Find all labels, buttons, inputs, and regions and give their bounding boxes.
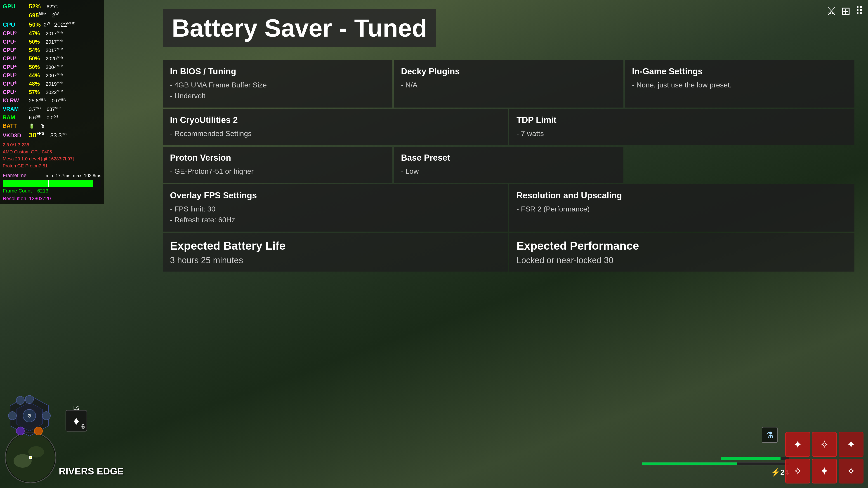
panel-title: Battery Saver - Tuned [163, 9, 436, 47]
gpu-row: GPU 52% 62°C [3, 2, 101, 11]
vram-label: VRAM [3, 105, 28, 113]
health-bar [721, 457, 789, 460]
ability-icon-1: ✦ [785, 432, 810, 457]
bios-card: In BIOS / Tuning - 4GB UMA Frame Buffer … [163, 60, 393, 107]
base-item-0: - Low [401, 166, 616, 177]
ability-icon-5: ✦ [812, 459, 837, 484]
performance-card: Expected Performance Locked or near-lock… [509, 233, 855, 271]
cpu-core-5: CPU⁵ 44% 2007MHz [3, 71, 101, 79]
io-label: IO RW [3, 96, 28, 105]
apps-icon: ⠿ [855, 4, 864, 18]
svg-text:⚙: ⚙ [27, 413, 32, 419]
bars-container: ⚡24 [642, 457, 789, 477]
location-name: RIVERS EDGE [59, 466, 124, 477]
decky-card: Decky Plugins - N/A [394, 60, 623, 107]
top-right-icons: ⚔ ⊞ ⠿ [827, 4, 864, 18]
xp-bar [642, 462, 789, 465]
frametime-bar [3, 180, 101, 187]
ability-icon-2: ✧ [812, 432, 837, 457]
bios-title: In BIOS / Tuning [170, 67, 385, 76]
ram-free: 0.0GiB [46, 114, 58, 122]
tdp-item-0: - 7 watts [517, 128, 847, 139]
overlay-fps-card: Overlay FPS Settings - FPS limit: 30 - R… [163, 184, 508, 232]
batt-icon: 🔋 [29, 123, 35, 130]
bottom-section: Expected Battery Life 3 hours 25 minutes… [163, 233, 855, 271]
empty-card [625, 147, 855, 183]
cpu-label: CPU [3, 20, 28, 29]
overlay-fps-title: Overlay FPS Settings [170, 191, 501, 200]
cryoutil-title: In CryoUtilities 2 [170, 115, 501, 125]
svg-point-2 [13, 454, 32, 468]
ingame-item-0: - None, just use the low preset. [632, 79, 847, 90]
frametime-spike [48, 180, 49, 187]
io-read: 25.8MiB/s [29, 97, 46, 105]
item-count: 6 [81, 423, 85, 430]
grid-icon: ⊞ [841, 4, 850, 18]
info-grid-row2: In CryoUtilities 2 - Recommended Setting… [163, 109, 855, 145]
mesa-info: Mesa 23.1.0-devel [git-16283f7b97] [3, 156, 101, 162]
cpu-freq: 2022MHz [54, 20, 74, 29]
battery-life-card: Expected Battery Life 3 hours 25 minutes [163, 233, 508, 271]
cpu-core-1: CPU¹ 50% 2017MHz [3, 37, 101, 46]
panel-title-wrapper: Battery Saver - Tuned [163, 9, 855, 54]
frametime-label: Frametime [3, 172, 26, 180]
ram-row: RAM 6.6GiB 0.0GiB [3, 113, 101, 122]
fps-value: 30FPS [29, 130, 44, 140]
batt-label: BATT [3, 122, 28, 130]
ability-icon-3: ✦ [839, 432, 864, 457]
vkd3d-label: VKD3D [3, 131, 28, 140]
battery-life-title: Expected Battery Life [170, 239, 501, 252]
proton-version-title: Proton Version [170, 153, 385, 163]
ram-used: 6.6GiB [29, 114, 41, 122]
ability-icon-4: ✧ [785, 459, 810, 484]
item-slot: ♦ 6 [66, 410, 87, 431]
ability-icon-6: ✧ [839, 459, 864, 484]
item-slot-icon: ♦ [73, 414, 79, 427]
health-bar-row [721, 457, 789, 460]
tdp-card: TDP Limit - 7 watts [509, 109, 855, 145]
svg-point-11 [16, 427, 24, 435]
performance-title: Expected Performance [517, 239, 847, 252]
vram-used: 3.7GiB [29, 105, 41, 113]
gpu-power: 2W [52, 11, 59, 20]
base-card: Base Preset - Low [394, 147, 623, 183]
resolution-item-0: - FSR 2 (Performance) [517, 203, 847, 215]
svg-point-13 [16, 396, 24, 404]
cpu-usage: 50% [29, 20, 41, 29]
bios-item-1: - Undervolt [170, 90, 385, 101]
abilities-panel: ✦ ✧ ✦ ✧ ✦ ✧ [785, 432, 864, 484]
svg-point-9 [42, 412, 51, 420]
base-title: Base Preset [401, 153, 616, 163]
resolution-card: Resolution and Upscaling - FSR 2 (Perfor… [509, 184, 855, 232]
vkd3d-fps-row: VKD3D 30FPS 33.3ms [3, 130, 101, 140]
overlay-fps-item-0: - FPS limit: 30 [170, 203, 501, 215]
io-row: IO RW 25.8MiB/s 0.0MiB/s [3, 96, 101, 105]
gpu-label: GPU [3, 2, 28, 11]
svg-point-12 [8, 412, 17, 420]
bios-item-0: - 4GB UMA Frame Buffer Size [170, 79, 385, 90]
consumable-icon: ⚗ [762, 427, 778, 443]
svg-point-5 [30, 457, 31, 458]
gpu-usage: 52% [29, 2, 41, 11]
frametime-display: 33.3ms [50, 131, 66, 140]
gpu-freq-row: 695MHz 2W [3, 11, 101, 20]
xp-bar-row [642, 462, 789, 465]
batt-row: BATT 🔋 🖱 [3, 122, 101, 130]
cpu-core-2: CPU² 54% 2017MHz [3, 46, 101, 54]
frame-count-row: Frame Count 6213 [3, 187, 101, 195]
resolution-upscaling-title: Resolution and Upscaling [517, 191, 847, 200]
skill-wheel-svg: ⚙ [7, 393, 52, 438]
frametime-header: Frametime min: 17.7ms, max: 102.8ms [3, 171, 101, 180]
info-grid-row1: In BIOS / Tuning - 4GB UMA Frame Buffer … [163, 60, 855, 107]
svg-point-10 [34, 427, 42, 435]
cryoutil-card: In CryoUtilities 2 - Recommended Setting… [163, 109, 508, 145]
cpu-core-4: CPU⁴ 50% 2004MHz [3, 63, 101, 71]
proton-item-0: - GE-Proton7-51 or higher [170, 166, 385, 177]
minimap-svg [4, 431, 57, 484]
ingame-title: In-Game Settings [632, 67, 847, 76]
resolution-row: Resolution 1280x720 [3, 195, 101, 202]
info-grid-row4: Overlay FPS Settings - FPS limit: 30 - R… [163, 184, 855, 232]
frametime-minmax: min: 17.7ms, max: 102.8ms [46, 172, 101, 179]
cpu-core-7: CPU⁷ 57% 2022MHz [3, 88, 101, 96]
proton-info: Proton GE-Proton7-51 [3, 162, 101, 169]
